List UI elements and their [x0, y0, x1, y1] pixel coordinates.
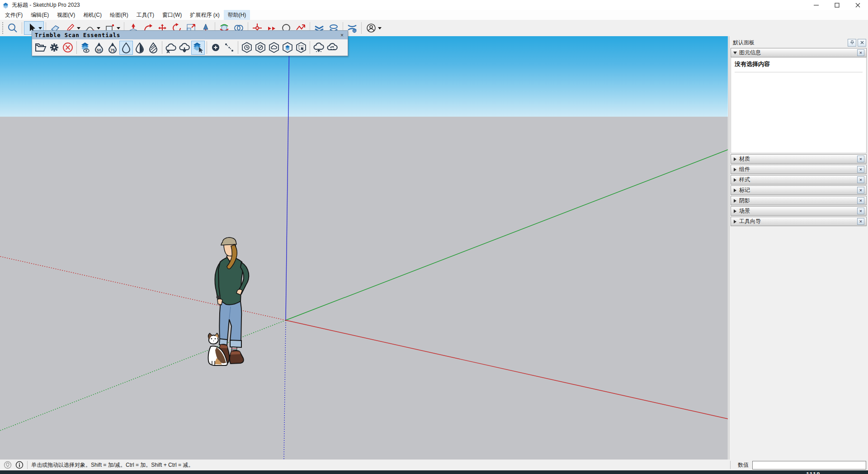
maximize-button[interactable]	[826, 0, 847, 10]
cloud-add-icon[interactable]	[312, 41, 326, 55]
tray-sections: 材质 ✕ 组件 ✕ 样式 ✕ 标记 ✕	[729, 154, 868, 226]
status-hint: 单击或拖动以选择对象。Shift = 加/减。Ctrl = 加。Shift + …	[31, 461, 193, 469]
entity-info-body: 没有选择内容	[731, 57, 867, 153]
menu-item[interactable]: 编辑(E)	[27, 10, 53, 20]
tray-section-header[interactable]: 工具向导 ✕	[731, 217, 867, 226]
cancel-scan-icon[interactable]	[61, 41, 75, 55]
tray-title: 默认面板	[733, 39, 846, 47]
menu-item[interactable]: 文件(F)	[1, 10, 27, 20]
menu-item[interactable]: 帮助(H)	[224, 10, 250, 20]
trimble-toolbar-title: Trimble Scan Essentials	[35, 32, 339, 38]
density-75-label: 75	[110, 48, 115, 52]
tray-pin-icon[interactable]	[848, 39, 856, 47]
section-close-icon[interactable]: ✕	[857, 49, 864, 56]
open-file-icon[interactable]	[34, 41, 47, 55]
tray-close-icon[interactable]	[858, 39, 866, 47]
trimble-scan-essentials-toolbar[interactable]: Trimble Scan Essentials × 50 75	[32, 30, 348, 56]
sketchup-window: 无标题 - SketchUp Pro 2023 文件(F) 编辑(E) 视图(V…	[0, 0, 868, 474]
toolbar-grip[interactable]	[1, 22, 4, 34]
section-close-icon[interactable]: ✕	[857, 166, 864, 173]
measure-polyline-icon[interactable]	[222, 41, 236, 55]
chevron-right-icon	[734, 168, 736, 171]
scale-figure[interactable]	[202, 233, 269, 369]
tray-section-header[interactable]: 组件 ✕	[731, 165, 867, 174]
cloud-download-icon[interactable]	[178, 41, 191, 55]
tray-section-header[interactable]: 材质 ✕	[731, 154, 867, 164]
tray-section-header[interactable]: 样式 ✕	[731, 175, 867, 185]
chevron-right-icon	[734, 220, 736, 223]
trimble-visibility-icon[interactable]	[79, 41, 92, 55]
info-icon[interactable]	[15, 461, 24, 469]
box-history-icon[interactable]	[240, 41, 254, 55]
menu-item[interactable]: 绘图(R)	[106, 10, 132, 20]
background-window-strip: 1118	[0, 470, 868, 474]
geolocation-icon[interactable]	[4, 461, 12, 469]
settings-gear-icon[interactable]	[47, 41, 61, 55]
zoom-window-tool-icon[interactable]	[5, 21, 20, 35]
section-close-icon[interactable]: ✕	[857, 187, 864, 194]
menu-item[interactable]: 扩展程序 (x)	[186, 10, 223, 20]
tray-section-header[interactable]: 场景 ✕	[731, 206, 867, 216]
3d-viewport[interactable]	[0, 36, 728, 460]
trimble-pick-icon[interactable]	[191, 41, 205, 55]
point-style-outline-icon[interactable]	[119, 41, 133, 55]
menu-item[interactable]: 相机(C)	[79, 10, 106, 20]
section-close-icon[interactable]: ✕	[857, 176, 864, 183]
chevron-right-icon	[734, 157, 736, 161]
trimble-toolbar-titlebar[interactable]: Trimble Scan Essentials ×	[32, 31, 348, 39]
default-tray-panel: 默认面板 图元信息 ✕ 没有选择内容 材质 ✕	[729, 36, 868, 460]
section-entity-info[interactable]: 图元信息 ✕	[731, 48, 867, 57]
clipped-text: 1118	[806, 471, 821, 474]
entity-info-message: 没有选择内容	[735, 60, 863, 68]
menu-item[interactable]: 窗口(W)	[158, 10, 186, 20]
point-style-half-icon[interactable]	[133, 41, 146, 55]
measurement-label: 数值	[738, 461, 749, 469]
density-75-icon[interactable]: 75	[106, 41, 119, 55]
section-close-icon[interactable]: ✕	[857, 208, 864, 214]
account-menu-caret[interactable]	[378, 27, 382, 29]
box-select-icon[interactable]	[294, 41, 308, 55]
account-menu-icon[interactable]	[363, 21, 383, 35]
density-50-label: 50	[97, 48, 101, 52]
tray-section-header[interactable]: 阴影 ✕	[731, 196, 867, 205]
sketchup-logo-icon	[2, 2, 9, 9]
menubar: 文件(F) 编辑(E) 视图(V) 相机(C) 绘图(R) 工具(T) 窗口(W…	[0, 10, 868, 20]
chevron-right-icon	[734, 209, 736, 213]
point-style-striped-icon[interactable]	[146, 41, 160, 55]
tray-section-header[interactable]: 标记 ✕	[731, 185, 867, 195]
box-disabled-icon[interactable]	[254, 41, 267, 55]
close-button[interactable]	[847, 0, 868, 10]
minimize-button[interactable]	[806, 0, 826, 10]
section-close-icon[interactable]: ✕	[857, 156, 864, 162]
cloud-remove-icon[interactable]	[164, 41, 178, 55]
chevron-right-icon	[734, 199, 736, 203]
menu-item[interactable]: 工具(T)	[132, 10, 158, 20]
trimble-toolbar-close-icon[interactable]: ×	[339, 32, 345, 38]
drawing-axes	[0, 36, 728, 460]
window-title: 无标题 - SketchUp Pro 2023	[12, 1, 80, 9]
cloud-sync-icon[interactable]	[326, 41, 339, 55]
select-tool-caret[interactable]	[38, 27, 42, 29]
status-bar: 单击或拖动以选择对象。Shift = 加/减。Ctrl = 加。Shift + …	[0, 460, 868, 470]
box-cloud-icon[interactable]	[267, 41, 281, 55]
chevron-right-icon	[734, 189, 736, 192]
titlebar: 无标题 - SketchUp Pro 2023	[0, 0, 868, 10]
measurement-input[interactable]	[752, 461, 866, 469]
density-50-icon[interactable]: 50	[92, 41, 106, 55]
add-point-icon[interactable]	[209, 41, 222, 55]
trimble-toolbar-icons: 50 75	[32, 39, 348, 56]
chevron-right-icon	[734, 178, 736, 182]
section-close-icon[interactable]: ✕	[857, 197, 864, 204]
menu-item[interactable]: 视图(V)	[53, 10, 79, 20]
chevron-down-icon	[733, 52, 737, 54]
section-close-icon[interactable]: ✕	[857, 218, 864, 225]
box-trimble-icon[interactable]	[281, 41, 294, 55]
